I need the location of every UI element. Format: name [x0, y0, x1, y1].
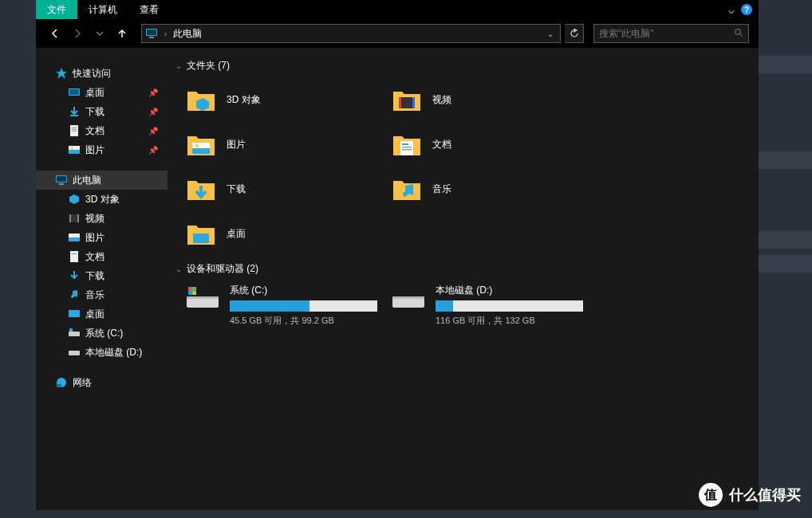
svg-rect-49 [193, 287, 197, 291]
svg-rect-27 [69, 310, 80, 317]
sidebar-item-downloads[interactable]: 下载 📌 [36, 102, 168, 121]
sidebar-item-music[interactable]: 音乐 [36, 285, 168, 304]
svg-rect-1 [147, 29, 156, 35]
folder-label: 图片 [227, 138, 246, 151]
folder-icon [185, 173, 217, 205]
music-icon [68, 288, 81, 301]
drive-name: 本地磁盘 (D:) [436, 284, 590, 297]
svg-marker-19 [69, 194, 79, 204]
folder-icon [391, 84, 423, 116]
svg-rect-32 [57, 384, 61, 387]
sidebar-item-drive-c[interactable]: 系统 (C:) [36, 324, 168, 343]
folder-3d-objects[interactable]: 3D 对象 [185, 80, 384, 119]
sidebar-item-label: 图片 [85, 231, 104, 245]
svg-rect-38 [192, 148, 210, 154]
sidebar-item-pictures[interactable]: 图片 📌 [36, 140, 168, 159]
sidebar-item-label: 系统 (C:) [85, 327, 123, 340]
folder-downloads[interactable]: 下载 [185, 170, 384, 208]
svg-rect-14 [69, 150, 80, 154]
ribbon-tab-view[interactable]: 查看 [128, 0, 170, 19]
ribbon-tab-file[interactable]: 文件 [36, 0, 77, 19]
group-title: 文件夹 (7) [187, 59, 230, 73]
svg-rect-42 [402, 147, 412, 148]
watermark: 值 什么值得买 [699, 483, 801, 507]
desktop-icon [68, 86, 81, 99]
this-pc-icon [55, 174, 68, 186]
svg-point-15 [71, 147, 73, 150]
sidebar-this-pc[interactable]: 此电脑 [36, 171, 168, 190]
sidebar-item-label: 视频 [85, 212, 104, 226]
svg-rect-24 [69, 237, 80, 241]
svg-rect-12 [72, 131, 77, 131]
svg-rect-46 [187, 296, 219, 299]
folder-desktop[interactable]: 桌面 [185, 214, 384, 253]
sidebar-item-3d[interactable]: 3D 对象 [36, 190, 168, 209]
svg-rect-2 [149, 37, 154, 38]
documents-icon [68, 124, 81, 137]
drive-usage-fill [436, 300, 453, 312]
chevron-down-icon: ⌄ [175, 265, 182, 273]
ribbon-tab-computer[interactable]: 计算机 [77, 0, 128, 19]
chevron-down-icon: ⌄ [175, 61, 182, 70]
svg-rect-41 [402, 143, 408, 145]
sidebar-item-label: 下载 [85, 269, 104, 283]
drive-usage-fill [230, 300, 309, 312]
sidebar-item-documents[interactable]: 文档 📌 [36, 121, 168, 140]
downloads-icon [68, 105, 81, 118]
folder-videos[interactable]: 视频 [391, 80, 590, 119]
drive-icon [68, 327, 81, 339]
ribbon-minimize-icon[interactable] [728, 6, 735, 13]
svg-rect-21 [69, 214, 71, 222]
sidebar-item-downloads-pc[interactable]: 下载 [36, 266, 168, 285]
svg-marker-5 [56, 68, 67, 79]
drive-icon [68, 346, 81, 359]
nav-forward-button[interactable] [68, 24, 87, 43]
folder-icon [185, 218, 217, 249]
group-header-drives[interactable]: ⌄ 设备和驱动器 (2) [175, 262, 751, 276]
svg-rect-36 [412, 97, 415, 108]
address-history-dropdown[interactable]: ⌄ [544, 29, 557, 38]
svg-rect-17 [57, 176, 66, 182]
sidebar-network[interactable]: 网络 [36, 373, 168, 392]
svg-rect-10 [72, 128, 77, 128]
sidebar-item-videos[interactable]: 视频 [36, 209, 168, 228]
group-header-folders[interactable]: ⌄ 文件夹 (7) [175, 59, 751, 73]
search-input[interactable]: 搜索"此电脑" [593, 24, 749, 43]
folder-pictures[interactable]: 图片 [185, 125, 384, 163]
nav-back-button[interactable] [45, 24, 65, 43]
svg-rect-29 [69, 328, 73, 332]
sidebar-item-pictures-pc[interactable]: 图片 [36, 228, 168, 247]
help-icon[interactable]: ? [741, 4, 752, 15]
folder-documents[interactable]: 文档 [391, 125, 590, 163]
sidebar-item-desktop-pc[interactable]: 桌面 [36, 304, 168, 324]
sidebar-item-label: 桌面 [85, 308, 104, 321]
folder-music[interactable]: 音乐 [391, 170, 590, 208]
svg-rect-8 [70, 115, 78, 116]
watermark-badge: 值 [699, 483, 723, 507]
svg-rect-40 [400, 141, 413, 155]
drive-usage-bar [230, 300, 377, 312]
refresh-button[interactable] [565, 24, 584, 43]
folder-label: 视频 [432, 93, 451, 107]
drive-icon [185, 284, 220, 309]
svg-point-3 [735, 29, 741, 34]
drive-d[interactable]: 本地磁盘 (D:) 116 GB 可用，共 132 GB [391, 284, 590, 327]
breadcrumb-location[interactable]: 此电脑 [173, 27, 202, 41]
sidebar-item-label: 下载 [85, 105, 104, 119]
sidebar-item-drive-d[interactable]: 本地磁盘 (D:) [36, 343, 168, 362]
pictures-icon [68, 231, 81, 244]
folder-label: 桌面 [227, 227, 246, 241]
videos-icon [68, 212, 81, 225]
svg-rect-11 [72, 129, 77, 130]
watermark-text: 什么值得买 [729, 485, 801, 504]
nav-recent-dropdown[interactable] [90, 24, 109, 43]
sidebar-item-desktop[interactable]: 桌面 📌 [36, 83, 168, 102]
svg-rect-22 [77, 214, 79, 222]
address-bar[interactable]: › 此电脑 ⌄ [141, 24, 561, 43]
svg-rect-30 [69, 351, 80, 355]
svg-rect-51 [193, 292, 197, 296]
sidebar-quick-access[interactable]: 快速访问 [36, 64, 168, 83]
drive-c[interactable]: 系统 (C:) 45.5 GB 可用，共 99.2 GB [185, 284, 384, 327]
nav-up-button[interactable] [112, 24, 132, 43]
sidebar-item-documents-pc[interactable]: 文档 [36, 247, 168, 266]
